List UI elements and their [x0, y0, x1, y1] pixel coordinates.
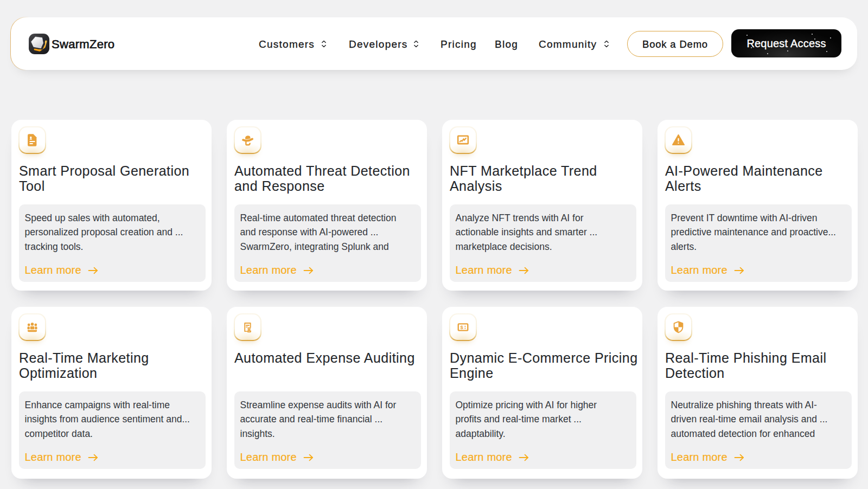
- svg-text:$: $: [461, 324, 464, 330]
